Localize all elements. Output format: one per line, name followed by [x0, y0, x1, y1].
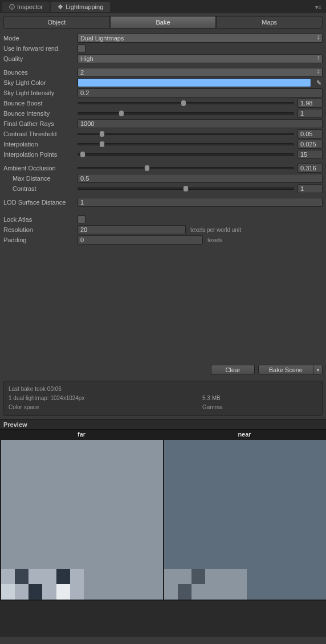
input-contrast-threshold[interactable]: 0.05	[298, 129, 323, 138]
status-size: 5.3 MB	[202, 394, 221, 403]
checkbox-lock-atlas[interactable]	[78, 215, 85, 223]
bake-scene-button-group: Bake Scene ▾	[258, 365, 323, 375]
input-bounce-boost[interactable]: 1.98	[298, 99, 323, 108]
bake-scene-dropdown-icon[interactable]: ▾	[313, 365, 322, 374]
input-lod[interactable]: 1	[78, 198, 323, 207]
hint-padding: texels	[207, 237, 222, 243]
window-tab-bar: i Inspector ❖ Lightmapping ▾≡	[0, 0, 326, 13]
label-bounces: Bounces	[3, 69, 78, 76]
label-final-gather: Final Gather Rays	[3, 120, 78, 127]
label-lod: LOD Surface Distance	[3, 199, 78, 206]
tab-inspector[interactable]: i Inspector	[2, 2, 50, 12]
dropdown-bounces[interactable]: 2	[78, 68, 323, 77]
preview-label-far: far	[0, 431, 163, 438]
input-contrast[interactable]: 1	[298, 184, 323, 193]
input-final-gather[interactable]: 1000	[78, 119, 323, 128]
label-sky-color: Sky Light Color	[3, 79, 78, 86]
color-sky[interactable]	[78, 78, 311, 87]
main-tab-maps[interactable]: Maps	[216, 16, 323, 28]
input-interp-points[interactable]: 15	[298, 150, 323, 159]
svg-text:i: i	[11, 5, 13, 9]
tab-inspector-label: Inspector	[17, 3, 43, 10]
preview-header: Preview	[0, 419, 326, 430]
status-box: Last bake took 00:06 1 dual lightmap: 10…	[3, 381, 323, 416]
label-resolution: Resolution	[3, 226, 78, 233]
input-resolution[interactable]: 20	[78, 225, 186, 234]
info-icon: i	[9, 4, 15, 10]
button-row: Clear Bake Scene ▾	[0, 365, 326, 375]
main-tab-group: Object Bake Maps	[3, 16, 323, 28]
slider-interpolation[interactable]	[78, 143, 294, 145]
label-interpolation: Interpolation	[3, 141, 78, 148]
status-colorspace-label: Color space	[9, 403, 202, 412]
preview-footer	[0, 601, 326, 637]
label-lock-atlas: Lock Atlas	[3, 216, 78, 223]
label-bounce-intensity: Bounce Intensity	[3, 110, 78, 117]
dropdown-quality[interactable]: High	[78, 54, 323, 63]
dropdown-mode[interactable]: Dual Lightmaps	[78, 34, 323, 43]
form-body: Mode Dual Lightmaps Use in forward rend.…	[0, 33, 326, 245]
input-padding[interactable]: 0	[78, 235, 203, 244]
slider-bounce-boost[interactable]	[78, 102, 294, 104]
slider-ao[interactable]	[78, 167, 294, 169]
slider-bounce-intensity[interactable]	[78, 112, 294, 115]
hint-resolution: texels per world unit	[190, 227, 241, 233]
input-interpolation[interactable]: 0.025	[298, 140, 323, 149]
label-forward: Use in forward rend.	[3, 45, 78, 52]
main-tab-object[interactable]: Object	[3, 16, 110, 28]
checkbox-forward[interactable]	[78, 44, 85, 52]
slider-interp-points[interactable]	[78, 153, 294, 156]
label-quality: Quality	[3, 55, 78, 62]
label-contrast: Contrast	[3, 185, 78, 192]
label-max-distance: Max Distance	[3, 175, 78, 182]
clear-button[interactable]: Clear	[211, 365, 254, 375]
input-ao[interactable]: 0.316	[298, 164, 323, 173]
status-colorspace: Gamma	[202, 403, 223, 412]
tab-options-icon[interactable]: ▾≡	[311, 2, 326, 12]
bake-scene-button[interactable]: Bake Scene	[259, 365, 313, 374]
input-sky-intensity[interactable]: 0.2	[78, 88, 323, 97]
label-bounce-boost: Bounce Boost	[3, 100, 78, 107]
label-ao: Ambient Occlusion	[3, 165, 78, 172]
main-tab-bake[interactable]: Bake	[110, 16, 217, 28]
eyedropper-icon[interactable]: ✎	[315, 79, 323, 87]
input-max-distance[interactable]: 0.5	[78, 174, 323, 183]
input-bounce-intensity[interactable]: 1	[298, 109, 323, 118]
label-contrast-threshold: Contrast Threshold	[3, 131, 78, 137]
preview-area: far near	[0, 430, 326, 637]
label-padding: Padding	[3, 237, 78, 243]
preview-thumb-near[interactable]	[164, 440, 326, 600]
status-last-bake: Last bake took 00:06	[9, 385, 202, 394]
light-icon: ❖	[58, 3, 63, 11]
preview-thumb-far[interactable]	[1, 440, 163, 600]
slider-contrast[interactable]	[78, 188, 294, 190]
tab-lightmapping-label: Lightmapping	[66, 3, 103, 10]
label-interp-points: Interpolation Points	[3, 151, 78, 158]
tab-lightmapping[interactable]: ❖ Lightmapping	[51, 2, 110, 12]
preview-label-near: near	[163, 431, 326, 438]
label-mode: Mode	[3, 35, 78, 42]
label-sky-intensity: Sky Light Intensity	[3, 89, 78, 96]
slider-contrast-threshold[interactable]	[78, 133, 294, 135]
status-lightmap: 1 dual lightmap: 1024x1024px	[9, 394, 202, 403]
